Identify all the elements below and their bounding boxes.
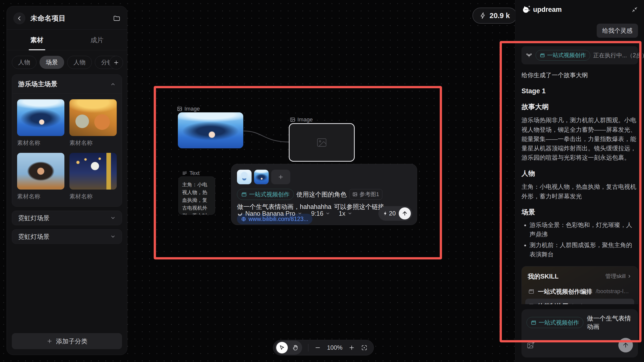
focus-icon — [361, 344, 368, 351]
add-reference-button[interactable] — [271, 170, 290, 184]
canvas-toolbar: 100% — [273, 340, 374, 355]
project-folder-button[interactable] — [113, 15, 120, 22]
energy-balance-pill[interactable]: 20.9 k — [472, 8, 517, 24]
add-subcategory-button[interactable]: 添加子分类 — [12, 333, 122, 349]
image-node-label: Image — [177, 106, 200, 112]
asset-item[interactable]: 素材名称 — [69, 153, 117, 200]
image-node-empty[interactable] — [289, 123, 355, 162]
skill-badge[interactable]: 一站式视频创作 — [527, 317, 583, 328]
asset-item[interactable]: 素材名称 — [17, 99, 64, 147]
reference-image-chip[interactable]: 参考图1 — [349, 189, 382, 200]
task-status-bar[interactable]: 一站式视频创作 正在执行中...（2步） — [521, 46, 638, 64]
asset-thumbnail-robot[interactable] — [69, 153, 117, 190]
plus-icon — [278, 174, 284, 180]
text-node-content: 主角：小电视人物，热血执拗，复古电视机外形，蓄力时屏幕发光 — [182, 182, 207, 215]
scene-heading: 场景 — [521, 208, 638, 217]
reference-chip-label: 参考图1 — [359, 191, 379, 198]
chevron-down-icon — [298, 211, 302, 216]
skill-slug: /updream — [572, 302, 595, 304]
back-button[interactable] — [13, 12, 25, 24]
add-image-icon — [527, 341, 535, 349]
tab-materials[interactable]: 素材 — [7, 30, 67, 50]
pointer-tool-group — [275, 341, 302, 355]
generate-button[interactable] — [399, 207, 411, 219]
back-chevron-icon — [16, 15, 22, 21]
input-draft-text: 做一个生气表情动画 — [587, 314, 633, 331]
chevron-down-icon — [348, 211, 352, 216]
model-selector[interactable]: Nano Banana Pro — [237, 210, 302, 217]
chip-character-2[interactable]: 人物 — [67, 56, 92, 69]
give-inspiration-button[interactable]: 给我个灵感 — [597, 24, 638, 38]
skill-badge-label: 一站式视频创作 — [249, 190, 290, 198]
scene-bullet-list: 游乐场全景：色彩饱和，灯光璀璨，人声鼎沸 测力机前：人群围成弧形，聚焦主角的表演… — [521, 220, 638, 259]
generation-cost: 20 — [383, 210, 396, 217]
project-sidebar: 未命名项目 素材 成片 人物 场景 人物 分镜阿达阿 游乐场主场景 — [7, 6, 127, 355]
task-status-text: 正在执行中...（2步） — [593, 52, 644, 59]
text-lines-icon — [182, 170, 187, 176]
assistant-input[interactable]: 一站式视频创作 做一个生气表情动画 — [521, 309, 638, 357]
zoom-in-button[interactable] — [348, 344, 355, 351]
category-chips: 人物 场景 人物 分镜阿达阿 — [7, 50, 127, 70]
text-node-label: Text — [182, 170, 199, 176]
asset-group-neon-2[interactable]: 霓虹灯场景 — [12, 229, 122, 244]
asset-thumbnail-fox[interactable] — [69, 99, 117, 136]
chip-scene[interactable]: 场景 — [39, 56, 64, 69]
image-node-title-2: Image — [297, 116, 313, 123]
lightning-icon — [479, 12, 487, 19]
ratio-selector[interactable]: 9:16 — [311, 210, 330, 217]
add-category-button[interactable] — [109, 56, 123, 69]
asset-group-neon-1[interactable]: 霓虹灯场景 — [12, 211, 122, 225]
energy-balance: 20.9 k — [490, 12, 510, 20]
brand: updream — [521, 5, 562, 14]
asset-name: 素材名称 — [69, 193, 117, 200]
chevron-up-icon — [110, 81, 116, 87]
chip-character-1[interactable]: 人物 — [12, 56, 36, 69]
project-title: 未命名项目 — [30, 14, 108, 23]
text-node-title: Text — [189, 170, 199, 176]
asset-item[interactable]: 素材名称 — [69, 99, 117, 147]
send-button[interactable] — [618, 338, 633, 352]
banana-icon — [237, 210, 243, 216]
fit-view-button[interactable] — [361, 344, 368, 351]
chevron-down-icon — [326, 211, 330, 216]
clapperboard-icon — [540, 53, 545, 58]
character-heading: 人物 — [521, 169, 638, 178]
manage-skills-link[interactable]: 管理skill — [605, 272, 632, 281]
plus-icon — [47, 338, 53, 344]
manage-skills-label: 管理skill — [605, 272, 626, 281]
composer-thumb-underwater[interactable] — [254, 170, 269, 184]
zoom-out-button[interactable] — [314, 344, 321, 351]
hand-icon — [292, 344, 299, 351]
image-node-underwater[interactable] — [178, 112, 243, 148]
clapperboard-icon — [241, 192, 247, 197]
pan-tool-button[interactable] — [290, 342, 301, 353]
collapse-panel-button[interactable] — [631, 6, 638, 13]
scale-selector[interactable]: 1x — [339, 210, 352, 217]
prompt-composer[interactable]: 一站式视频创作 使用这个图的角色 参考图1 做一个生气表情动画，hahahahh… — [231, 164, 417, 225]
skill-item-bootstrap[interactable]: 一站式视频创作编排 /bootstrap-locations — [525, 284, 634, 299]
image-icon — [352, 192, 357, 197]
ratio-value: 9:16 — [311, 210, 324, 217]
skill-item-updream[interactable]: 绘梦制片厂 /updream — [525, 299, 634, 304]
plus-icon — [113, 60, 119, 66]
tab-final-cuts[interactable]: 成片 — [67, 30, 127, 50]
asset-thumbnail-portrait[interactable] — [17, 153, 64, 190]
composer-thumb-chibi[interactable] — [237, 170, 252, 184]
arrow-up-icon — [402, 210, 408, 216]
lightning-icon — [383, 211, 388, 216]
asset-item[interactable]: 素材名称 — [17, 153, 64, 200]
scene-bullet: 游乐场全景：色彩饱和，灯光璀璨，人声鼎沸 — [530, 220, 638, 239]
select-tool-button[interactable] — [276, 342, 288, 353]
skill-badge-label: 一站式视频创作 — [547, 52, 586, 59]
image-placeholder-icon — [316, 137, 328, 148]
skill-badge-label: 一站式视频创作 — [539, 319, 579, 327]
add-image-button[interactable] — [527, 341, 535, 349]
asset-name: 素材名称 — [69, 139, 117, 147]
image-node-label-2: Image — [290, 116, 313, 123]
zoom-level[interactable]: 100% — [327, 344, 342, 351]
text-node[interactable]: 主角：小电视人物，热血执拗，复古电视机外形，蓄力时屏幕发光 — [178, 176, 215, 215]
asset-thumbnail-underwater[interactable] — [17, 99, 64, 136]
asset-group-header[interactable]: 游乐场主场景 — [12, 75, 122, 94]
skill-badge[interactable]: 一站式视频创作 — [237, 189, 294, 200]
asset-name: 素材名称 — [17, 139, 64, 147]
